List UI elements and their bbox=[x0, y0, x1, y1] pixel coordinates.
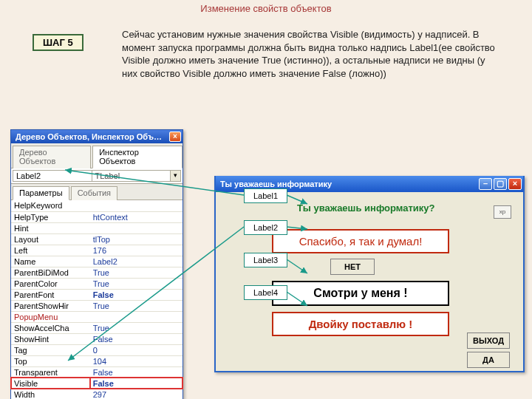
prop-name: ParentColor bbox=[11, 278, 90, 289]
tab-params[interactable]: Параметры bbox=[13, 186, 69, 200]
prop-value[interactable]: 297 bbox=[90, 389, 183, 399]
prop-value[interactable]: Label2 bbox=[90, 256, 183, 267]
prop-value[interactable]: 104 bbox=[90, 355, 183, 366]
prop-row[interactable]: ShowHintFalse bbox=[11, 333, 183, 344]
callout-label3: Label3 bbox=[244, 253, 287, 267]
maximize-icon[interactable]: ▢ bbox=[494, 178, 507, 190]
prop-value[interactable] bbox=[90, 200, 183, 211]
prop-value[interactable]: tlTop bbox=[90, 233, 183, 245]
prop-value[interactable]: False bbox=[90, 333, 183, 344]
property-grid[interactable]: HelpKeywordHelpTypehtContextHintLayouttl… bbox=[11, 200, 183, 399]
prop-name: Left bbox=[11, 245, 90, 256]
prop-row[interactable]: ParentFontFalse bbox=[11, 289, 183, 300]
callout-label4: Label4 bbox=[244, 285, 287, 300]
xp-badge: xp bbox=[494, 205, 511, 219]
prop-value[interactable] bbox=[90, 222, 183, 233]
tab-tree[interactable]: Дерево Объектов bbox=[13, 146, 91, 168]
prop-value[interactable]: htContext bbox=[90, 211, 183, 222]
prop-row[interactable]: PopupMenu bbox=[11, 311, 183, 322]
prop-name: Width bbox=[11, 389, 90, 399]
prop-name: HelpType bbox=[11, 211, 90, 222]
prop-name: HelpKeyword bbox=[11, 200, 90, 211]
tab-events[interactable]: События bbox=[71, 186, 117, 200]
close-icon[interactable]: × bbox=[169, 132, 181, 142]
prop-row[interactable]: HelpTypehtContext bbox=[11, 211, 183, 222]
prop-value[interactable]: 176 bbox=[90, 245, 183, 256]
step-badge: ШАГ 5 bbox=[33, 34, 83, 51]
prop-name: ParentBiDiMod bbox=[11, 267, 90, 278]
prop-value[interactable]: True bbox=[90, 267, 183, 278]
prop-name: PopupMenu bbox=[11, 311, 90, 322]
prop-row[interactable]: ParentShowHirTrue bbox=[11, 300, 183, 311]
prop-name: Top bbox=[11, 355, 90, 366]
inspector-title: Дерево Объектов, Инспектор Объ… bbox=[16, 132, 162, 141]
prop-row[interactable]: Width297 bbox=[11, 389, 183, 399]
prop-row[interactable]: ParentColorTrue bbox=[11, 278, 183, 289]
prop-row[interactable]: Top104 bbox=[11, 355, 183, 366]
prop-name: ShowHint bbox=[11, 333, 90, 344]
slide-title: Изменение свойств объектов bbox=[0, 3, 532, 14]
combo-class: TLabel bbox=[92, 170, 171, 182]
prop-name: Name bbox=[11, 256, 90, 267]
question-label: Ты уважаешь информатику? bbox=[297, 202, 435, 214]
label3-msg: Смотри у меня ! bbox=[272, 281, 449, 306]
object-combo[interactable]: Label2 TLabel ▾ bbox=[11, 168, 183, 184]
prop-value[interactable]: False bbox=[90, 289, 183, 300]
prop-name: ParentShowHir bbox=[11, 300, 90, 311]
close-icon[interactable]: × bbox=[508, 178, 522, 190]
prop-value[interactable]: True bbox=[90, 322, 183, 333]
prop-value[interactable]: True bbox=[90, 300, 183, 311]
exit-button[interactable]: ВЫХОД bbox=[467, 332, 510, 349]
no-button[interactable]: НЕТ bbox=[330, 259, 375, 275]
mid-tabs: Параметры События bbox=[11, 184, 183, 200]
prop-name: ParentFont bbox=[11, 289, 90, 300]
prop-name: Tag bbox=[11, 344, 90, 355]
prop-name: Hint bbox=[11, 222, 90, 233]
minimize-icon[interactable]: – bbox=[479, 178, 492, 190]
prop-value[interactable]: True bbox=[90, 278, 183, 289]
prop-name: Transparent bbox=[11, 366, 90, 378]
yes-button[interactable]: ДА bbox=[467, 352, 510, 368]
tab-inspector[interactable]: Инспектор Объектов bbox=[92, 146, 183, 168]
prop-row[interactable]: Tag0 bbox=[11, 344, 183, 355]
prop-name: Visible bbox=[11, 378, 90, 389]
label4-msg: Двойку поставлю ! bbox=[272, 312, 449, 336]
top-tabs: Дерево Объектов Инспектор Объектов bbox=[11, 143, 183, 168]
prop-row[interactable]: ParentBiDiModTrue bbox=[11, 267, 183, 278]
prop-name: Layout bbox=[11, 233, 90, 245]
prop-value[interactable] bbox=[90, 311, 183, 322]
label2-msg: Спасибо, я так и думал! bbox=[272, 229, 449, 253]
prop-row[interactable]: VisibleFalse bbox=[11, 378, 183, 389]
inspector-window: Дерево Объектов, Инспектор Объ… × Дерево… bbox=[10, 129, 183, 399]
prop-row[interactable]: Hint bbox=[11, 222, 183, 233]
explain-text: Сейчас установим нужные значения свойств… bbox=[122, 28, 499, 80]
callout-label1: Label1 bbox=[244, 188, 287, 203]
prop-row[interactable]: LayouttlTop bbox=[11, 233, 183, 245]
prop-row[interactable]: Left176 bbox=[11, 245, 183, 256]
prop-row[interactable]: ShowAccelChaTrue bbox=[11, 322, 183, 333]
prop-value[interactable]: 0 bbox=[90, 344, 183, 355]
app-window: Ты уважаешь информатику – ▢ × Ты уважаеш… bbox=[214, 176, 525, 372]
app-title: Ты уважаешь информатику bbox=[220, 180, 332, 188]
prop-value[interactable]: False bbox=[90, 378, 183, 389]
callout-label2: Label2 bbox=[244, 220, 287, 235]
prop-row[interactable]: TransparentFalse bbox=[11, 366, 183, 378]
prop-row[interactable]: NameLabel2 bbox=[11, 256, 183, 267]
prop-name: ShowAccelCha bbox=[11, 322, 90, 333]
prop-row[interactable]: HelpKeyword bbox=[11, 200, 183, 211]
combo-name: Label2 bbox=[13, 170, 92, 182]
chevron-down-icon[interactable]: ▾ bbox=[171, 170, 181, 182]
prop-value[interactable]: False bbox=[90, 366, 183, 378]
inspector-titlebar[interactable]: Дерево Объектов, Инспектор Объ… × bbox=[11, 130, 183, 143]
app-body: Ты уважаешь информатику? xp Спасибо, я т… bbox=[216, 192, 523, 371]
